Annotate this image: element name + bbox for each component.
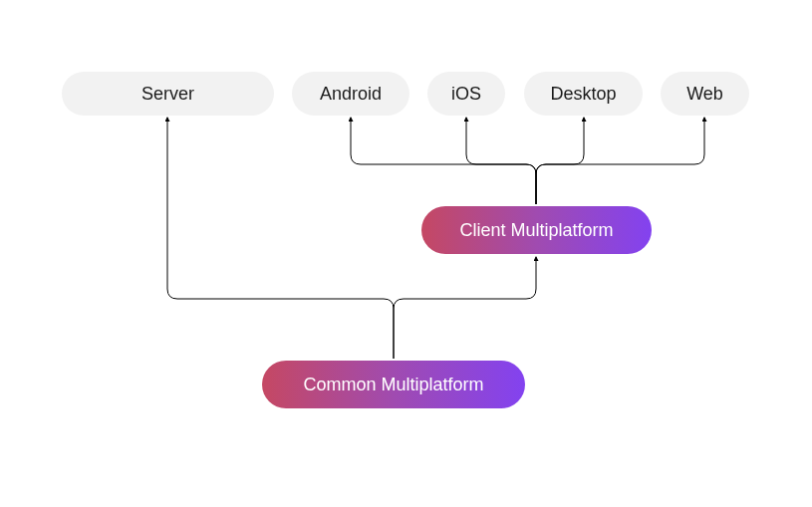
node-label: Client Multiplatform: [459, 220, 613, 241]
node-ios: iOS: [427, 72, 505, 116]
node-label: Web: [686, 84, 723, 105]
node-label: iOS: [451, 84, 481, 105]
node-label: Common Multiplatform: [303, 375, 483, 395]
node-web: Web: [661, 72, 749, 116]
node-label: Android: [320, 84, 382, 105]
node-desktop: Desktop: [524, 72, 643, 116]
node-label: Desktop: [550, 84, 616, 105]
node-label: Server: [141, 84, 194, 105]
node-server: Server: [62, 72, 274, 116]
node-common-multiplatform: Common Multiplatform: [262, 361, 525, 408]
node-android: Android: [292, 72, 409, 116]
node-client-multiplatform: Client Multiplatform: [421, 206, 652, 254]
